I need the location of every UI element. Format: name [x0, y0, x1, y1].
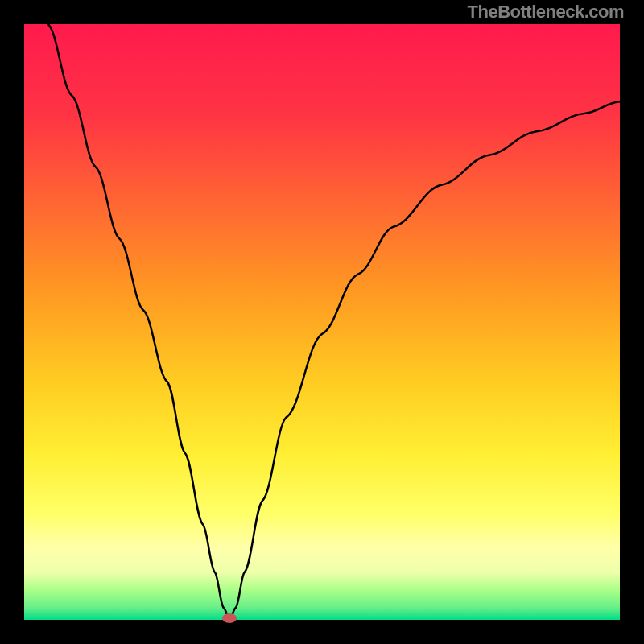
curve-line [24, 24, 620, 620]
watermark-text: TheBottleneck.com [468, 2, 624, 23]
chart-container: TheBottleneck.com [0, 0, 644, 644]
chart-plot-area [24, 24, 620, 620]
minimum-marker [222, 613, 237, 623]
